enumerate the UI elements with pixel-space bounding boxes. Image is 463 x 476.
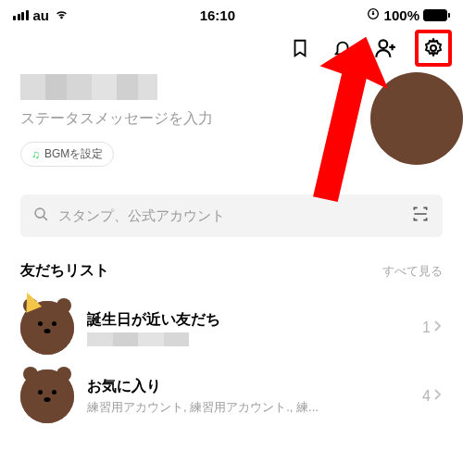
friend-row-title: お気に入り [87, 377, 409, 396]
settings-button[interactable] [415, 30, 452, 67]
avatar [20, 370, 74, 423]
friends-section-title: 友だちリスト [20, 261, 109, 281]
music-note-icon: ♫ [31, 148, 40, 161]
svg-point-4 [35, 208, 44, 218]
svg-point-3 [431, 45, 436, 51]
friend-row-subtitle-redacted [87, 332, 189, 346]
carrier-label: au [33, 7, 50, 23]
orientation-lock-icon [366, 6, 381, 24]
svg-point-2 [380, 40, 388, 48]
battery-percent: 100% [384, 7, 419, 23]
profile-name-redacted [20, 74, 157, 100]
friend-row-subtitle: 練習用アカウント, 練習用アカウント., 練... [87, 399, 409, 416]
profile-section: ステータスメッセージを入力 ♫ BGMを設定 [0, 69, 463, 170]
signal-icon [13, 10, 29, 20]
see-all-link[interactable]: すべて見る [382, 263, 443, 280]
wifi-icon [54, 6, 69, 24]
clock: 16:10 [200, 7, 235, 23]
svg-point-1 [372, 13, 373, 14]
list-item[interactable]: お気に入り 練習用アカウント, 練習用アカウント., 練... 4 [20, 362, 443, 431]
search-field[interactable]: スタンプ、公式アカウント [20, 194, 443, 237]
search-icon [33, 207, 49, 226]
chevron-right-icon [433, 319, 443, 336]
bgm-set-button[interactable]: ♫ BGMを設定 [20, 142, 114, 167]
notifications-button[interactable] [330, 35, 356, 61]
friend-row-title: 誕生日が近い友だち [87, 310, 409, 330]
status-bar: au 16:10 100% [0, 0, 463, 26]
add-friend-button[interactable] [372, 35, 398, 61]
profile-avatar[interactable] [370, 72, 463, 165]
avatar [20, 301, 74, 355]
chevron-right-icon [433, 388, 443, 405]
list-item[interactable]: 誕生日が近い友だち 1 [20, 294, 443, 362]
friend-count: 1 [422, 319, 443, 336]
friends-section: 友だちリスト すべて見る 誕生日が近い友だち 1 お気に入り 練習用アカウント,… [0, 237, 463, 431]
battery-icon [423, 9, 450, 21]
search-placeholder: スタンプ、公式アカウント [58, 207, 402, 225]
bookmark-button[interactable] [287, 35, 313, 61]
bgm-label: BGMを設定 [44, 146, 103, 162]
top-toolbar [0, 26, 463, 69]
scan-icon[interactable] [411, 205, 430, 227]
friend-count: 4 [422, 388, 443, 405]
